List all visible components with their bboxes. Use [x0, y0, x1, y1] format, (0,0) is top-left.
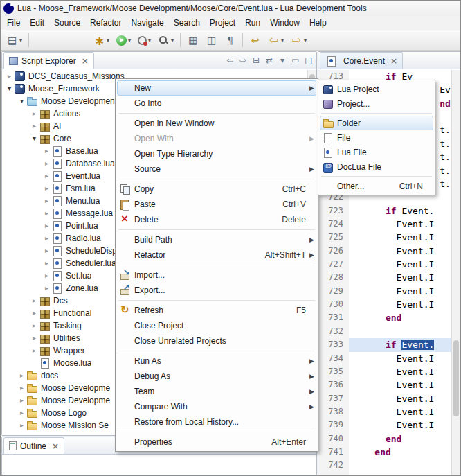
- last-edit-button[interactable]: [246, 32, 264, 49]
- collapsed-twisty-icon[interactable]: ▸: [30, 319, 39, 332]
- menubar-item-search[interactable]: Search: [169, 16, 205, 30]
- menubar-item-project[interactable]: Project: [205, 16, 240, 30]
- collapse-all-icon[interactable]: ⊟: [251, 55, 262, 66]
- menu-item-lua-project[interactable]: Lua Project: [320, 82, 433, 96]
- collapsed-twisty-icon[interactable]: ▸: [17, 382, 26, 394]
- menu-item-refresh[interactable]: RefreshF5: [117, 303, 316, 318]
- run-button[interactable]: ▾: [114, 32, 134, 49]
- search-button[interactable]: ▾: [155, 32, 177, 49]
- dropdown-arrow-icon[interactable]: ▾: [19, 37, 22, 44]
- menubar-item-help[interactable]: Help: [305, 16, 332, 30]
- tab-core-event[interactable]: Core.Event ×: [320, 52, 403, 69]
- menu-item-delete[interactable]: DeleteDelete: [117, 212, 316, 227]
- expanded-twisty-icon[interactable]: ▾: [30, 132, 39, 145]
- forward-button[interactable]: ▾: [288, 32, 309, 49]
- menu-item-build-path[interactable]: Build Path▶: [117, 232, 316, 247]
- debug-button[interactable]: ▾: [91, 32, 112, 49]
- menu-item-close-project[interactable]: Close Project: [117, 318, 316, 333]
- menu-item-debug-as[interactable]: Debug As▶: [117, 369, 316, 384]
- menubar-item-run[interactable]: Run: [240, 16, 265, 30]
- dropdown-arrow-icon[interactable]: ▾: [171, 37, 174, 44]
- collapsed-twisty-icon[interactable]: ▸: [30, 332, 39, 344]
- menu-item-open-in-new-window[interactable]: Open in New Window: [117, 116, 316, 131]
- collapsed-twisty-icon[interactable]: ▸: [30, 107, 39, 120]
- menubar-item-window[interactable]: Window: [265, 16, 305, 30]
- collapsed-twisty-icon[interactable]: ▸: [42, 282, 51, 294]
- dropdown-arrow-icon[interactable]: ▾: [107, 37, 109, 44]
- dropdown-arrow-icon[interactable]: ▾: [148, 37, 151, 44]
- collapsed-twisty-icon[interactable]: ▸: [42, 232, 51, 245]
- menu-item-project[interactable]: Project...: [320, 96, 433, 111]
- minimize-icon[interactable]: ▭: [290, 55, 301, 66]
- menubar-item-refactor[interactable]: Refactor: [85, 16, 126, 30]
- collapsed-twisty-icon[interactable]: ▸: [42, 207, 51, 220]
- expanded-twisty-icon[interactable]: ▾: [17, 95, 26, 107]
- menubar-item-edit[interactable]: Edit: [25, 16, 49, 30]
- menu-item-other[interactable]: Other...Ctrl+N: [320, 179, 433, 193]
- collapsed-twisty-icon[interactable]: ▸: [42, 270, 51, 282]
- menu-item-export[interactable]: Export...: [117, 283, 316, 298]
- tab-outline[interactable]: Outline ×: [3, 437, 64, 454]
- mark-occurrences-button[interactable]: [203, 32, 220, 49]
- maximize-icon[interactable]: □: [303, 55, 314, 66]
- collapsed-twisty-icon[interactable]: ▸: [30, 294, 39, 307]
- menu-item-paste[interactable]: PasteCtrl+V: [117, 197, 316, 212]
- close-icon[interactable]: ×: [390, 56, 397, 66]
- menu-item-close-unrelated-projects[interactable]: Close Unrelated Projects: [117, 333, 316, 349]
- show-whitespace-button[interactable]: [222, 32, 239, 49]
- collapsed-twisty-icon[interactable]: ▸: [42, 257, 51, 270]
- collapsed-twisty-icon[interactable]: ▸: [42, 245, 51, 257]
- menu-item-compare-with[interactable]: Compare With▶: [117, 399, 316, 414]
- view-menu-icon[interactable]: ▾: [277, 55, 288, 66]
- collapsed-twisty-icon[interactable]: ▸: [17, 407, 26, 419]
- menu-item-open-type-hierarchy[interactable]: Open Type Hierarchy: [117, 146, 316, 161]
- menubar-item-file[interactable]: File: [2, 16, 25, 30]
- collapsed-twisty-icon[interactable]: ▸: [42, 157, 51, 170]
- menu-item-copy[interactable]: CopyCtrl+C: [117, 182, 316, 197]
- menu-item-restore-from-local-history[interactable]: Restore from Local History...: [117, 414, 316, 430]
- menubar-item-navigate[interactable]: Navigate: [126, 16, 168, 30]
- menu-item-new[interactable]: New▶: [117, 80, 316, 96]
- editor-scrollbar[interactable]: [451, 70, 460, 475]
- menu-item-import[interactable]: Import...: [117, 267, 316, 283]
- collapsed-twisty-icon[interactable]: ▸: [17, 369, 26, 382]
- table-button[interactable]: [184, 32, 201, 49]
- menu-item-source[interactable]: Source▶: [117, 161, 316, 177]
- dropdown-arrow-icon[interactable]: ▾: [281, 37, 284, 44]
- collapsed-twisty-icon[interactable]: ▸: [42, 195, 51, 207]
- collapsed-twisty-icon[interactable]: ▸: [30, 344, 39, 357]
- link-editor-icon[interactable]: ⇄: [264, 55, 275, 66]
- menu-item-properties[interactable]: PropertiesAlt+Enter: [117, 434, 316, 450]
- external-tools-button[interactable]: ▾: [135, 32, 154, 49]
- new-wizard-button[interactable]: ▾: [3, 32, 25, 49]
- menubar-item-source[interactable]: Source: [49, 16, 85, 30]
- menu-item-run-as[interactable]: Run As▶: [117, 353, 316, 369]
- menu-item-team[interactable]: Team▶: [117, 384, 316, 399]
- collapsed-twisty-icon[interactable]: ▸: [17, 419, 26, 432]
- menu-item-refactor[interactable]: RefactorAlt+Shift+T▶: [117, 247, 316, 263]
- menu-item-open-with[interactable]: Open With▶: [117, 131, 316, 146]
- collapsed-twisty-icon[interactable]: ▸: [42, 182, 51, 195]
- collapsed-twisty-icon[interactable]: ▸: [42, 145, 51, 157]
- collapsed-twisty-icon[interactable]: ▸: [42, 170, 51, 182]
- dropdown-arrow-icon[interactable]: ▾: [304, 37, 307, 44]
- close-icon[interactable]: ×: [52, 441, 59, 451]
- tab-script-explorer[interactable]: Script Explorer ×: [3, 52, 94, 69]
- collapsed-twisty-icon[interactable]: ▸: [5, 70, 14, 82]
- menu-item-folder[interactable]: Folder: [320, 116, 433, 130]
- collapsed-twisty-icon[interactable]: ▸: [17, 394, 26, 407]
- dropdown-arrow-icon[interactable]: ▾: [128, 37, 131, 44]
- collapsed-twisty-icon[interactable]: ▸: [30, 307, 39, 319]
- menu-item-file[interactable]: File: [320, 130, 433, 145]
- editor-scrollbar-thumb[interactable]: [453, 340, 459, 416]
- menu-item-doclua-file[interactable]: DocLua File: [320, 159, 433, 174]
- back-button[interactable]: ▾: [265, 32, 287, 49]
- menu-item-go-into[interactable]: Go Into: [117, 96, 316, 111]
- menu-item-lua-file[interactable]: Lua File: [320, 145, 433, 159]
- forward-icon[interactable]: ⇨: [237, 55, 248, 66]
- back-icon[interactable]: ⇦: [224, 55, 235, 66]
- collapsed-twisty-icon[interactable]: ▸: [30, 120, 39, 132]
- expanded-twisty-icon[interactable]: ▾: [5, 82, 14, 95]
- collapsed-twisty-icon[interactable]: ▸: [42, 220, 51, 232]
- close-icon[interactable]: ×: [82, 56, 89, 66]
